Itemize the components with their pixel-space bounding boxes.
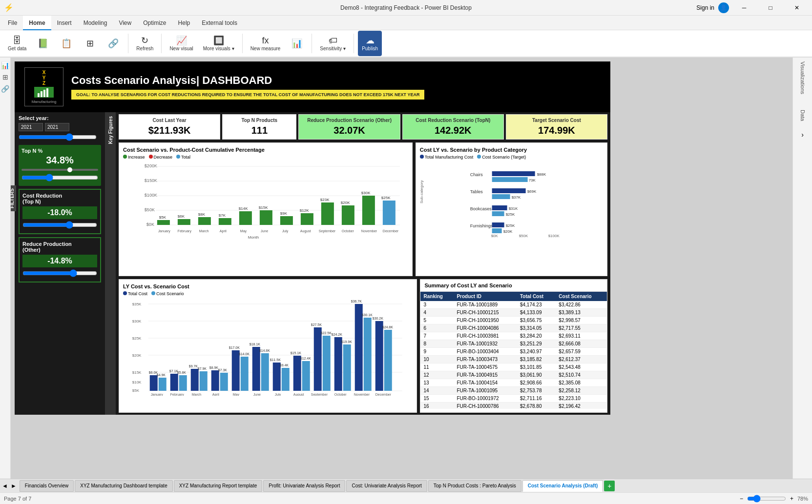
- report-view-icon[interactable]: 📊: [1, 61, 9, 69]
- top-n-slider[interactable]: [21, 174, 98, 181]
- data-panel-label[interactable]: Data: [800, 110, 806, 121]
- status-bar-right: − + 78%: [740, 495, 808, 503]
- menu-help[interactable]: Help: [172, 16, 196, 30]
- tab-top-n-pareto[interactable]: Top N Product Costs : Pareto Analysis: [428, 480, 521, 492]
- data-hub-button[interactable]: 📋: [56, 31, 77, 56]
- waterfall-svg: $200K $150K $100K $50K $0K: [123, 161, 408, 240]
- dashboard-body: FILTERS Select year: Top N % 34.8%: [15, 112, 610, 415]
- tabs-bar: ◄ ► Financials Overview XYZ Manufacturin…: [0, 479, 812, 492]
- ribbon-sep-2: [161, 34, 162, 53]
- table-row: 3FUR-TA-10001889$4,174.23$3,422.86: [420, 301, 607, 309]
- menu-home[interactable]: Home: [23, 16, 51, 30]
- tab-prev-icon[interactable]: ◄: [2, 483, 8, 489]
- sign-in-label[interactable]: Sign in: [696, 4, 714, 11]
- svg-rect-14: [157, 220, 170, 225]
- title-bar: ⚡ Demo8 - Integrating Feedback - Power B…: [0, 0, 812, 16]
- table-row: 7FUR-CH-10003981$3,284.20$2,693.11: [420, 332, 607, 340]
- tab-cost-analysis[interactable]: Cost: Univariate Analysis Report: [346, 480, 427, 492]
- svg-rect-114: [261, 353, 269, 391]
- year-from-input[interactable]: [19, 123, 43, 131]
- tab-profit-analysis[interactable]: Profit: Univariate Analysis Report: [263, 480, 345, 492]
- publish-button[interactable]: ☁ Publish: [358, 31, 382, 56]
- canvas-area: X Y Z Manufacturing Costs Scenario Analy…: [11, 58, 792, 479]
- sensitivity-button[interactable]: 🏷 Sensitivity ▾: [316, 31, 350, 56]
- svg-text:July: July: [275, 393, 281, 396]
- menu-optimize[interactable]: Optimize: [137, 16, 172, 30]
- summary-table-scroll[interactable]: Ranking Product ID Total Cost Cost Scena…: [420, 292, 607, 409]
- svg-rect-108: [232, 350, 240, 391]
- more-visuals-button[interactable]: 🔲 More visuals ▾: [199, 31, 238, 56]
- main-area: 📊 ⊞ 🔗 X Y Z Manufacturing Co: [0, 58, 812, 479]
- kpi-reduce-production: Reduce Production Scenario (Other) 32.07…: [298, 114, 400, 140]
- svg-text:$100K: $100K: [145, 193, 157, 198]
- model-view-icon[interactable]: 🔗: [1, 85, 9, 93]
- visualizations-panel-label[interactable]: Visualizations: [800, 61, 806, 94]
- menu-view[interactable]: View: [113, 16, 137, 30]
- svg-text:73K: 73K: [528, 178, 536, 182]
- svg-rect-144: [384, 330, 392, 391]
- svg-text:$100K: $100K: [548, 234, 560, 237]
- dataflow-button[interactable]: 🔗: [103, 31, 124, 56]
- svg-rect-68: [492, 222, 504, 227]
- table-cell: FUR-TA-10001095: [454, 387, 517, 395]
- get-data-button[interactable]: 🗄 Get data: [4, 31, 30, 56]
- data-view-icon[interactable]: ⊞: [2, 73, 8, 81]
- table-row: 8FUR-TA-10001932$3,251.29$2,666.08: [420, 340, 607, 348]
- year-slider[interactable]: [19, 133, 97, 141]
- refresh-button[interactable]: ↻ Refresh: [132, 31, 157, 56]
- maximize-button[interactable]: □: [759, 0, 782, 16]
- menu-modeling[interactable]: Modeling: [78, 16, 113, 30]
- table-cell: $2,258.12: [556, 387, 607, 395]
- tab-financials-overview[interactable]: Financials Overview: [20, 480, 74, 492]
- svg-rect-133: [334, 337, 342, 391]
- quick-measure-button[interactable]: 📊: [286, 31, 308, 56]
- svg-text:$4.9K: $4.9K: [157, 373, 166, 377]
- new-visual-button[interactable]: 📈 New visual: [166, 31, 197, 56]
- ribbon-sep-4: [312, 34, 312, 53]
- minimize-button[interactable]: ─: [733, 0, 755, 16]
- top-n-value: 34.8%: [21, 155, 98, 166]
- table-cell: 4: [420, 309, 454, 317]
- user-avatar[interactable]: 👤: [718, 2, 729, 13]
- zoom-slider[interactable]: [747, 495, 786, 503]
- menu-insert[interactable]: Insert: [51, 16, 78, 30]
- menu-file[interactable]: File: [2, 16, 23, 30]
- data-hub-icon: 📋: [61, 39, 72, 48]
- summary-table: Ranking Product ID Total Cost Cost Scena…: [420, 292, 607, 409]
- svg-text:$9.7K: $9.7K: [189, 364, 198, 368]
- ly-scenario-title: LY Cost vs. Scenario Cost: [123, 283, 413, 289]
- table-cell: 16: [420, 403, 454, 409]
- tab-xyz-dashboard[interactable]: XYZ Manufacturing Dashboard template: [75, 480, 172, 492]
- enter-data-button[interactable]: ⊞: [79, 31, 101, 56]
- svg-rect-94: [179, 375, 187, 391]
- year-to-input[interactable]: [45, 123, 69, 131]
- panel-arrow-icon[interactable]: ›: [801, 131, 804, 139]
- zoom-in-button[interactable]: +: [790, 495, 793, 502]
- zoom-out-button[interactable]: −: [740, 495, 743, 502]
- svg-rect-17: [178, 219, 190, 225]
- app-icon: ⚡: [4, 3, 14, 12]
- svg-text:$30.1K: $30.1K: [362, 313, 373, 317]
- svg-rect-139: [364, 318, 372, 391]
- kpi-cost-reduction: Cost Reduction Scenario (TopN) 142.92K: [402, 114, 504, 140]
- svg-rect-23: [219, 218, 231, 225]
- table-cell: $3,185.82: [517, 356, 556, 363]
- col-product-id: Product ID: [454, 292, 517, 301]
- close-button[interactable]: ✕: [786, 0, 808, 16]
- excel-button[interactable]: 📗: [32, 31, 54, 56]
- main-content: Cost Last Year $211.93K Top N Products 1…: [116, 112, 610, 415]
- tab-cost-scenario[interactable]: Cost Scenario Analysis (Draft): [522, 480, 604, 492]
- category-title: Cost LY vs. Scenario by Product Category: [420, 147, 603, 153]
- menu-external-tools[interactable]: External tools: [196, 16, 243, 30]
- add-tab-button[interactable]: +: [604, 481, 615, 491]
- table-row: 9FUR-BO-10003404$3,240.97$2,657.59: [420, 348, 607, 356]
- table-row: 12FUR-TA-10004915$3,061.90$2,510.74: [420, 371, 607, 379]
- tab-xyz-report[interactable]: XYZ Manufacturing Report template: [174, 480, 263, 492]
- cost-reduction-slider[interactable]: [22, 221, 97, 229]
- new-measure-button[interactable]: fx New measure: [247, 31, 285, 56]
- refresh-icon: ↻: [141, 36, 148, 45]
- tab-next-icon[interactable]: ►: [11, 483, 17, 489]
- svg-text:$15K: $15K: [132, 370, 142, 375]
- reduce-production-slider[interactable]: [22, 269, 97, 277]
- legend-total-cost: Total Cost: [123, 291, 147, 296]
